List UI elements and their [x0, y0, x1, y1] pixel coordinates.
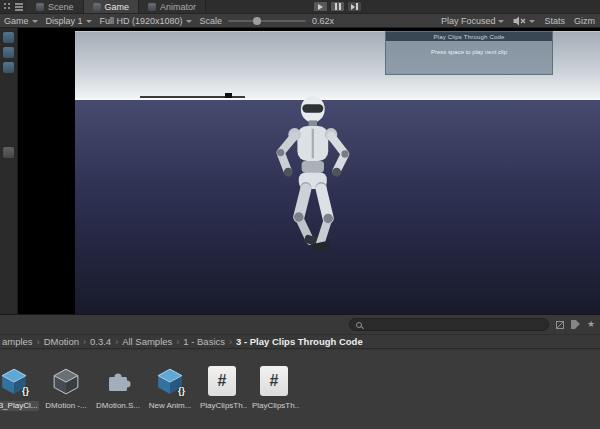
scene-tab-icon — [36, 3, 44, 11]
asset-label: DMotion.S... — [93, 401, 143, 411]
asset-item[interactable]: # PlayClipsTh... — [248, 364, 300, 411]
asset-item[interactable]: # PlayClipsTh... — [196, 364, 248, 411]
breadcrumb: amples › DMotion › 0.3.4 › All Samples ›… — [0, 334, 600, 349]
ingame-ui-message: Press space to play next clip — [386, 41, 552, 55]
chevron-down-icon — [32, 20, 38, 26]
menu-icon[interactable] — [15, 3, 23, 4]
breadcrumb-item[interactable]: 0.3.4 — [90, 336, 111, 347]
left-collapsed-strip — [0, 28, 18, 314]
search-by-type-icon[interactable] — [556, 321, 564, 329]
view-mode-dropdown[interactable]: Game — [4, 16, 38, 26]
hash-glyph: # — [218, 372, 227, 390]
search-by-label-icon[interactable] — [571, 320, 580, 329]
csharp-script-icon: # — [257, 364, 291, 398]
tab-game[interactable]: Game — [84, 0, 140, 13]
grid-handle-icon — [4, 3, 11, 10]
breadcrumb-item[interactable]: amples — [2, 336, 33, 347]
favorites-star-icon[interactable]: ★ — [587, 320, 595, 329]
breadcrumb-item-current[interactable]: 3 - Play Clips Through Code — [236, 336, 363, 347]
game-render-surface[interactable]: Play Clips Through Code Press space to p… — [75, 31, 600, 314]
ingame-ui-header: Play Clips Through Code — [386, 32, 552, 41]
chevron-down-icon — [529, 20, 535, 26]
assembly-puzzle-icon — [101, 364, 135, 398]
tab-scene[interactable]: Scene — [27, 0, 84, 13]
ingame-ui-panel: Play Clips Through Code Press space to p… — [385, 31, 553, 75]
tab-animator-label: Animator — [160, 2, 196, 12]
breadcrumb-separator-icon: › — [115, 337, 118, 347]
stats-button[interactable]: Stats — [544, 16, 565, 26]
unity-editor-window: Scene Game Animator Game Display 1 — [0, 0, 600, 429]
search-input[interactable] — [366, 319, 542, 331]
asset-label: 1.3_PlayCl... — [0, 401, 39, 411]
resolution-label: Full HD (1920x1080) — [100, 16, 183, 26]
breadcrumb-item[interactable]: DMotion — [44, 336, 79, 347]
breadcrumb-separator-icon: › — [83, 337, 86, 347]
asset-label: PlayClipsTh... — [197, 401, 247, 411]
unity-cube-icon — [49, 364, 83, 398]
play-focused-label: Play Focused — [441, 16, 496, 26]
game-tab-icon — [93, 3, 101, 11]
pause-icon — [335, 3, 341, 10]
script-braces-badge: {} — [22, 387, 29, 396]
collapsed-panel-icon-3[interactable] — [3, 62, 14, 73]
play-button[interactable] — [313, 1, 328, 12]
window-controls — [0, 0, 27, 13]
asset-item[interactable]: {} New Anim... — [144, 364, 196, 411]
step-icon — [351, 3, 358, 10]
step-button[interactable] — [347, 1, 362, 12]
asset-item[interactable]: DMotion -... — [40, 364, 92, 411]
collapsed-panel-icon-2[interactable] — [3, 47, 14, 58]
asset-item[interactable]: {} 1.3_PlayCl... — [0, 364, 40, 411]
display-dropdown[interactable]: Display 1 — [46, 16, 92, 26]
play-icon — [318, 4, 323, 10]
mute-audio-button[interactable] — [513, 16, 535, 26]
stats-label: Stats — [544, 16, 565, 26]
collapsed-panel-icon-4[interactable] — [3, 147, 14, 158]
asset-label: DMotion -... — [42, 401, 89, 411]
game-viewport-letterbox: Play Clips Through Code Press space to p… — [18, 28, 600, 314]
tab-scene-label: Scene — [48, 2, 74, 12]
collapsed-panel-icon-1[interactable] — [3, 32, 14, 43]
scale-label: Scale — [200, 16, 223, 26]
distant-object — [225, 93, 232, 98]
asset-grid: {} 1.3_PlayCl... DMotion -... — [0, 351, 600, 429]
search-icon — [356, 322, 362, 328]
playmode-controls — [313, 1, 362, 12]
resolution-dropdown[interactable]: Full HD (1920x1080) — [100, 16, 192, 26]
prefab-script-icon: {} — [0, 364, 31, 398]
view-mode-label: Game — [4, 16, 29, 26]
hash-glyph: # — [270, 372, 279, 390]
project-panel: ★ amples › DMotion › 0.3.4 › All Samples… — [0, 314, 600, 429]
chevron-down-icon — [498, 20, 504, 26]
breadcrumb-item[interactable]: All Samples — [122, 336, 172, 347]
scale-value: 0.62x — [312, 16, 334, 26]
play-focused-dropdown[interactable]: Play Focused — [441, 16, 505, 26]
asset-label: PlayClipsTh... — [249, 401, 299, 411]
chevron-down-icon — [186, 20, 192, 26]
project-toolbar-icons: ★ — [556, 320, 595, 329]
animator-tab-icon — [148, 3, 156, 11]
breadcrumb-separator-icon: › — [37, 337, 40, 347]
scale-slider-knob[interactable] — [253, 17, 261, 25]
breadcrumb-separator-icon: › — [229, 337, 232, 347]
gizmos-button[interactable]: Gizm — [574, 16, 595, 26]
game-view-toolbar: Game Display 1 Full HD (1920x1080) Scale… — [0, 14, 600, 28]
display-label: Display 1 — [46, 16, 83, 26]
gizmos-label: Gizm — [574, 16, 595, 26]
pause-button[interactable] — [330, 1, 345, 12]
tab-animator[interactable]: Animator — [139, 0, 206, 13]
scale-slider[interactable] — [228, 20, 306, 22]
chevron-down-icon — [86, 20, 92, 26]
prefab-script-icon: {} — [153, 364, 187, 398]
asset-item[interactable]: DMotion.S... — [92, 364, 144, 411]
scale-control: Scale 0.62x — [200, 16, 335, 26]
csharp-script-icon: # — [205, 364, 239, 398]
tab-game-label: Game — [105, 2, 130, 12]
tab-bar: Scene Game Animator — [0, 0, 600, 14]
project-toolbar: ★ — [0, 315, 600, 334]
robot-character — [240, 91, 380, 314]
project-search-field[interactable] — [349, 318, 549, 331]
script-braces-badge: {} — [178, 387, 185, 396]
game-toolbar-right: Play Focused Stats Gizm — [441, 16, 596, 26]
breadcrumb-item[interactable]: 1 - Basics — [183, 336, 225, 347]
